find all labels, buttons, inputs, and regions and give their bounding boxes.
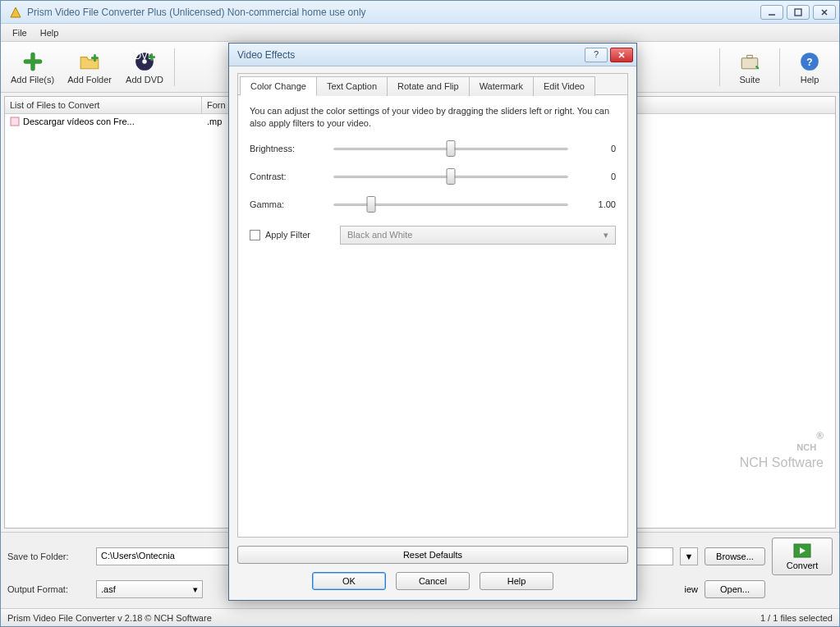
menu-file[interactable]: File	[6, 25, 34, 40]
dialog-help-button-bottom[interactable]: Help	[480, 572, 553, 590]
gamma-row: Gamma: 1.00	[250, 198, 616, 211]
tab-content: You can adjust the color settings of you…	[238, 94, 627, 537]
nch-logo: NCH® NCH Software	[740, 424, 824, 470]
tabs-container: Color Change Text Caption Rotate and Fli…	[237, 73, 628, 538]
help-label: Help	[801, 75, 819, 85]
apply-filter-label: Apply Filter	[265, 230, 310, 240]
menu-help[interactable]: Help	[34, 25, 66, 40]
dialog-close-button[interactable]	[610, 48, 633, 62]
add-folder-label: Add Folder	[67, 75, 112, 85]
window-title: Prism Video File Converter Plus (Unlicen…	[27, 7, 760, 18]
open-button[interactable]: Open...	[705, 580, 765, 598]
gamma-value: 1.00	[580, 199, 616, 209]
video-effects-dialog: Video Effects ? Color Change Text Captio…	[228, 43, 637, 601]
contrast-slider[interactable]	[333, 170, 568, 183]
ok-button[interactable]: OK	[312, 572, 386, 590]
convert-button[interactable]: Convert	[772, 538, 833, 575]
toolbar-separator	[174, 48, 175, 86]
app-icon	[9, 6, 22, 19]
chevron-down-icon: ▾	[604, 230, 608, 240]
convert-icon	[792, 542, 812, 559]
add-files-label: Add File(s)	[11, 75, 54, 85]
save-to-label: Save to Folder:	[7, 551, 90, 561]
color-description: You can adjust the color settings of you…	[250, 105, 616, 130]
menubar: File Help	[1, 24, 839, 42]
file-icon	[10, 117, 20, 126]
tab-text-caption[interactable]: Text Caption	[316, 76, 388, 96]
tab-edit-video[interactable]: Edit Video	[533, 76, 595, 96]
file-name: Descargar vídeos con Fre...	[23, 117, 135, 126]
toolbar-separator	[779, 48, 780, 86]
svg-rect-5	[747, 55, 753, 57]
tab-watermark[interactable]: Watermark	[469, 76, 534, 96]
dialog-buttons: OK Cancel Help	[237, 564, 628, 593]
reset-defaults-button[interactable]: Reset Defaults	[237, 546, 628, 564]
brightness-slider[interactable]	[333, 142, 568, 155]
dialog-title: Video Effects	[237, 49, 582, 61]
statusbar: Prism Video File Converter v 2.18 © NCH …	[1, 608, 839, 626]
dvd-icon: DVD	[133, 50, 156, 73]
contrast-row: Contrast: 0	[250, 170, 616, 183]
cancel-button[interactable]: Cancel	[396, 572, 470, 590]
svg-rect-4	[741, 57, 758, 68]
filter-row: Apply Filter Black and White ▾	[250, 226, 616, 245]
gamma-label: Gamma:	[250, 199, 322, 209]
titlebar: Prism Video File Converter Plus (Unlicen…	[1, 1, 839, 24]
preview-label-tail: iew	[684, 584, 698, 594]
column-file[interactable]: List of Files to Convert	[5, 97, 202, 113]
status-right: 1 / 1 files selected	[760, 613, 833, 623]
output-format-label: Output Format:	[7, 584, 90, 594]
save-to-dropdown[interactable]: ▼	[680, 547, 698, 565]
briefcase-icon	[738, 50, 761, 73]
add-dvd-label: Add DVD	[126, 75, 163, 85]
add-files-button[interactable]: Add File(s)	[4, 48, 61, 87]
svg-rect-8	[11, 117, 19, 126]
tab-color-change[interactable]: Color Change	[240, 76, 317, 96]
suite-button[interactable]: Suite	[723, 48, 776, 87]
filter-combo: Black and White ▾	[340, 226, 616, 245]
tabstrip: Color Change Text Caption Rotate and Fli…	[238, 74, 627, 95]
filter-value: Black and White	[347, 230, 412, 240]
close-button[interactable]	[813, 5, 836, 20]
toolbar-separator	[719, 48, 720, 86]
folder-plus-icon	[78, 50, 101, 73]
help-icon: ?	[798, 50, 821, 73]
brightness-value: 0	[580, 144, 616, 153]
help-button[interactable]: ? Help	[783, 48, 836, 87]
contrast-value: 0	[580, 172, 616, 181]
apply-filter-checkbox[interactable]: Apply Filter	[250, 230, 340, 240]
browse-button[interactable]: Browse...	[705, 547, 765, 565]
contrast-label: Contrast:	[250, 172, 322, 181]
svg-rect-0	[795, 9, 801, 16]
svg-text:?: ?	[594, 51, 599, 59]
svg-text:?: ?	[806, 57, 812, 68]
dialog-titlebar: Video Effects ?	[229, 43, 636, 66]
suite-label: Suite	[739, 75, 760, 85]
output-format-combo[interactable]: .asf▾	[96, 580, 203, 598]
tab-rotate-flip[interactable]: Rotate and Flip	[387, 76, 470, 96]
brightness-row: Brightness: 0	[250, 142, 616, 155]
maximize-button[interactable]	[787, 5, 810, 20]
plus-icon	[21, 50, 44, 73]
add-dvd-button[interactable]: DVD Add DVD	[118, 48, 171, 87]
gamma-slider[interactable]	[333, 198, 568, 211]
dialog-help-button[interactable]: ?	[585, 48, 608, 62]
minimize-button[interactable]	[760, 5, 783, 20]
convert-label: Convert	[787, 561, 819, 570]
status-left: Prism Video File Converter v 2.18 © NCH …	[7, 613, 212, 623]
add-folder-button[interactable]: Add Folder	[61, 48, 118, 87]
brightness-label: Brightness:	[250, 144, 322, 153]
